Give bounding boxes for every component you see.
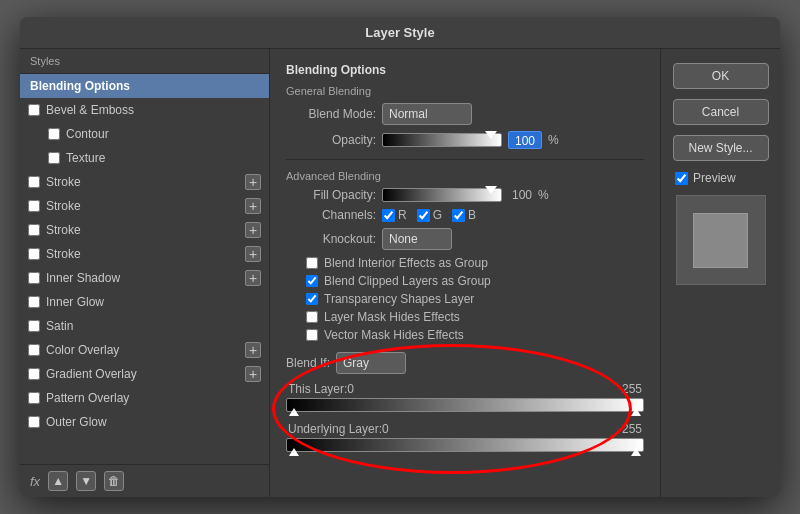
this-layer-max: 255 <box>622 382 642 396</box>
this-layer-thumb-right <box>631 408 641 416</box>
stroke2-checkbox[interactable] <box>28 200 40 212</box>
channel-g-group: G <box>417 208 442 222</box>
stroke2-label: Stroke <box>46 199 81 213</box>
channel-b-checkbox[interactable] <box>452 209 465 222</box>
channels-label: Channels: <box>286 208 376 222</box>
sidebar-item-pattern-overlay[interactable]: Pattern Overlay <box>20 386 269 410</box>
gradient-overlay-add-button[interactable]: + <box>245 366 261 382</box>
blend-if-row: Blend If: Gray Red Green Blue <box>286 352 644 374</box>
fill-opacity-slider[interactable] <box>382 188 502 202</box>
middle-panel: Blending Options General Blending Blend … <box>270 49 660 497</box>
transparency-checkbox[interactable] <box>306 293 318 305</box>
blend-clipped-row: Blend Clipped Layers as Group <box>286 274 644 288</box>
ok-button[interactable]: OK <box>673 63 769 89</box>
inner-glow-checkbox[interactable] <box>28 296 40 308</box>
this-layer-thumb-left <box>289 408 299 416</box>
underlying-thumb-left <box>289 448 299 456</box>
layer-mask-checkbox[interactable] <box>306 311 318 323</box>
blend-mode-select[interactable]: Normal Dissolve Darken Multiply <box>382 103 472 125</box>
outer-glow-checkbox[interactable] <box>28 416 40 428</box>
underlying-layer-slider[interactable] <box>286 438 644 452</box>
blend-mode-row: Blend Mode: Normal Dissolve Darken Multi… <box>286 103 644 125</box>
vector-mask-checkbox[interactable] <box>306 329 318 341</box>
blend-interior-checkbox[interactable] <box>306 257 318 269</box>
layer-mask-label: Layer Mask Hides Effects <box>324 310 460 324</box>
sidebar-item-blending-options[interactable]: Blending Options <box>20 74 269 98</box>
underlying-layer-min: 0 <box>382 422 389 436</box>
color-overlay-add-button[interactable]: + <box>245 342 261 358</box>
sidebar-item-bevel-emboss[interactable]: Bevel & Emboss <box>20 98 269 122</box>
this-layer-slider[interactable] <box>286 398 644 412</box>
this-layer-container: This Layer: 0 255 <box>286 382 644 412</box>
gradient-overlay-checkbox[interactable] <box>28 368 40 380</box>
stroke2-add-button[interactable]: + <box>245 198 261 214</box>
opacity-value[interactable]: 100 <box>508 131 542 149</box>
sidebar-item-outer-glow[interactable]: Outer Glow <box>20 410 269 434</box>
channel-b-group: B <box>452 208 476 222</box>
channel-r-checkbox[interactable] <box>382 209 395 222</box>
blending-options-title: Blending Options <box>286 63 644 77</box>
sidebar-item-texture[interactable]: Texture <box>20 146 269 170</box>
inner-shadow-add-button[interactable]: + <box>245 270 261 286</box>
stroke4-checkbox[interactable] <box>28 248 40 260</box>
channel-g-checkbox[interactable] <box>417 209 430 222</box>
fx-label: fx <box>30 474 40 489</box>
channel-g-label: G <box>433 208 442 222</box>
blend-clipped-checkbox[interactable] <box>306 275 318 287</box>
sidebar-item-color-overlay[interactable]: Color Overlay + <box>20 338 269 362</box>
color-overlay-checkbox[interactable] <box>28 344 40 356</box>
opacity-thumb <box>485 131 497 139</box>
stroke1-add-button[interactable]: + <box>245 174 261 190</box>
left-footer: fx ▲ ▼ 🗑 <box>20 464 269 497</box>
underlying-layer-container: Underlying Layer: 0 255 <box>286 422 644 452</box>
texture-checkbox[interactable] <box>48 152 60 164</box>
blend-interior-label: Blend Interior Effects as Group <box>324 256 488 270</box>
opacity-slider[interactable] <box>382 133 502 147</box>
blend-if-select[interactable]: Gray Red Green Blue <box>336 352 406 374</box>
contour-checkbox[interactable] <box>48 128 60 140</box>
preview-label-row: Preview <box>675 171 736 185</box>
sidebar-item-inner-glow[interactable]: Inner Glow <box>20 290 269 314</box>
sidebar-item-satin[interactable]: Satin <box>20 314 269 338</box>
sidebar-item-stroke-3[interactable]: Stroke + <box>20 218 269 242</box>
bevel-emboss-label: Bevel & Emboss <box>46 103 134 117</box>
channel-r-label: R <box>398 208 407 222</box>
left-panel: Styles Blending Options Bevel & Emboss C… <box>20 49 270 497</box>
vector-mask-label: Vector Mask Hides Effects <box>324 328 464 342</box>
underlying-layer-max: 255 <box>622 422 642 436</box>
stroke1-checkbox[interactable] <box>28 176 40 188</box>
sidebar-item-stroke-2[interactable]: Stroke + <box>20 194 269 218</box>
move-down-button[interactable]: ▼ <box>76 471 96 491</box>
stroke1-label: Stroke <box>46 175 81 189</box>
cancel-button[interactable]: Cancel <box>673 99 769 125</box>
stroke3-add-button[interactable]: + <box>245 222 261 238</box>
fill-opacity-row: Fill Opacity: 100 % <box>286 188 644 202</box>
blend-if-label: Blend If: <box>286 356 330 370</box>
this-layer-label: This Layer: <box>288 382 347 396</box>
channel-r-group: R <box>382 208 407 222</box>
stroke3-checkbox[interactable] <box>28 224 40 236</box>
move-up-button[interactable]: ▲ <box>48 471 68 491</box>
knockout-select[interactable]: None Shallow Deep <box>382 228 452 250</box>
this-layer-min: 0 <box>347 382 354 396</box>
delete-button[interactable]: 🗑 <box>104 471 124 491</box>
contour-label: Contour <box>66 127 109 141</box>
inner-shadow-checkbox[interactable] <box>28 272 40 284</box>
sidebar-item-contour[interactable]: Contour <box>20 122 269 146</box>
satin-checkbox[interactable] <box>28 320 40 332</box>
fill-opacity-label: Fill Opacity: <box>286 188 376 202</box>
color-overlay-label: Color Overlay <box>46 343 119 357</box>
preview-checkbox[interactable] <box>675 172 688 185</box>
preview-inner <box>693 213 748 268</box>
sidebar-item-gradient-overlay[interactable]: Gradient Overlay + <box>20 362 269 386</box>
this-layer-label-row: This Layer: 0 255 <box>286 382 644 396</box>
blend-mode-label: Blend Mode: <box>286 107 376 121</box>
transparency-row: Transparency Shapes Layer <box>286 292 644 306</box>
pattern-overlay-checkbox[interactable] <box>28 392 40 404</box>
sidebar-item-inner-shadow[interactable]: Inner Shadow + <box>20 266 269 290</box>
stroke4-add-button[interactable]: + <box>245 246 261 262</box>
bevel-emboss-checkbox[interactable] <box>28 104 40 116</box>
sidebar-item-stroke-4[interactable]: Stroke + <box>20 242 269 266</box>
sidebar-item-stroke-1[interactable]: Stroke + <box>20 170 269 194</box>
new-style-button[interactable]: New Style... <box>673 135 769 161</box>
